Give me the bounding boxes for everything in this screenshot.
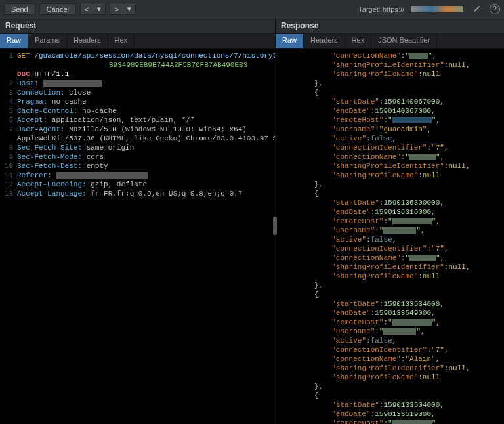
target-url-redacted — [411, 6, 463, 12]
cancel-button[interactable]: Cancel — [39, 3, 76, 15]
response-tab-json[interactable]: JSON Beautifier — [371, 34, 437, 48]
prev-button[interactable]: < — [80, 3, 93, 15]
response-tab-raw[interactable]: Raw — [276, 34, 304, 48]
response-tabs: Raw Headers Hex JSON Beautifier — [276, 34, 504, 49]
edit-target-icon[interactable] — [471, 4, 482, 14]
request-panel: Request Raw Params Headers Hex 1GET /gua… — [0, 18, 276, 424]
prev-group: < ▾ — [80, 3, 106, 15]
request-tab-raw[interactable]: Raw — [0, 34, 28, 48]
prev-dropdown[interactable]: ▾ — [93, 3, 106, 15]
response-panel: Response Raw Headers Hex JSON Beautifier… — [276, 18, 504, 424]
help-icon[interactable]: ? — [490, 4, 500, 14]
request-title: Request — [0, 18, 275, 34]
response-title: Response — [276, 18, 504, 34]
next-group: > ▾ — [110, 3, 135, 15]
panels: Request Raw Params Headers Hex 1GET /gua… — [0, 18, 504, 424]
response-tab-headers[interactable]: Headers — [304, 34, 345, 48]
response-content[interactable]: "connectionName":"", "sharingProfileIden… — [276, 49, 504, 424]
request-tab-params[interactable]: Params — [28, 34, 67, 48]
toolbar: Send Cancel < ▾ > ▾ Target: https:// ? — [0, 0, 504, 18]
target-label: Target: https:// — [358, 5, 404, 13]
next-button[interactable]: > — [110, 3, 123, 15]
request-tab-headers[interactable]: Headers — [67, 34, 108, 48]
request-content[interactable]: 1GET /guacamole/api/session/data/mysql/c… — [0, 49, 275, 424]
panel-divider-handle[interactable] — [273, 217, 277, 235]
request-tabs: Raw Params Headers Hex — [0, 34, 275, 49]
next-dropdown[interactable]: ▾ — [123, 3, 136, 15]
send-button[interactable]: Send — [4, 3, 35, 15]
response-tab-hex[interactable]: Hex — [345, 34, 372, 48]
request-tab-hex[interactable]: Hex — [108, 34, 135, 48]
